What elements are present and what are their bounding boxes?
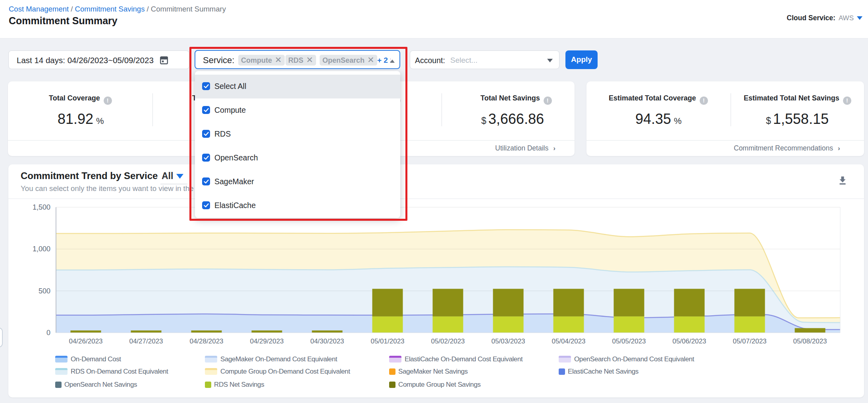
svg-text:05/06/2023: 05/06/2023 <box>672 337 706 345</box>
svg-text:05/02/2023: 05/02/2023 <box>431 337 465 345</box>
svg-text:05/07/2023: 05/07/2023 <box>733 337 766 345</box>
svg-text:05/01/2023: 05/01/2023 <box>370 337 404 345</box>
svg-text:1,500: 1,500 <box>33 203 50 211</box>
svg-text:05/08/2023: 05/08/2023 <box>793 337 827 345</box>
svg-text:04/30/2023: 04/30/2023 <box>310 337 344 345</box>
svg-text:05/05/2023: 05/05/2023 <box>612 337 646 345</box>
svg-text:04/26/2023: 04/26/2023 <box>69 337 102 345</box>
svg-text:05/03/2023: 05/03/2023 <box>491 337 525 345</box>
svg-text:04/29/2023: 04/29/2023 <box>250 337 284 345</box>
svg-text:0: 0 <box>46 329 50 337</box>
svg-text:1,000: 1,000 <box>33 245 50 253</box>
svg-text:04/27/2023: 04/27/2023 <box>129 337 163 345</box>
svg-text:04/28/2023: 04/28/2023 <box>189 337 223 345</box>
svg-text:500: 500 <box>39 287 50 295</box>
svg-text:05/04/2023: 05/04/2023 <box>552 337 585 345</box>
